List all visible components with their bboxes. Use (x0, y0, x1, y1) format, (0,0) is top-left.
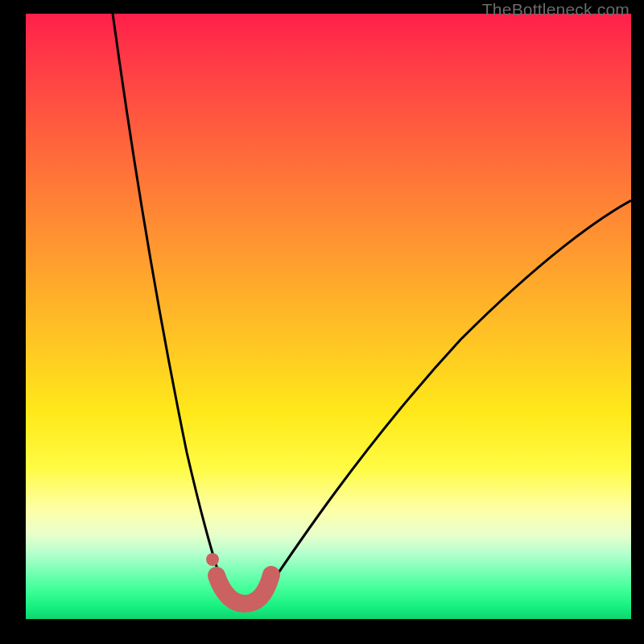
plot-area (26, 14, 631, 619)
watermark-text: TheBottleneck.com (482, 0, 630, 19)
valley-floor (217, 575, 271, 604)
curve-layer (26, 14, 631, 619)
left-curve (113, 14, 229, 601)
valley-left-dot (206, 553, 219, 566)
chart-frame: TheBottleneck.com (0, 0, 644, 644)
right-curve (259, 200, 631, 601)
